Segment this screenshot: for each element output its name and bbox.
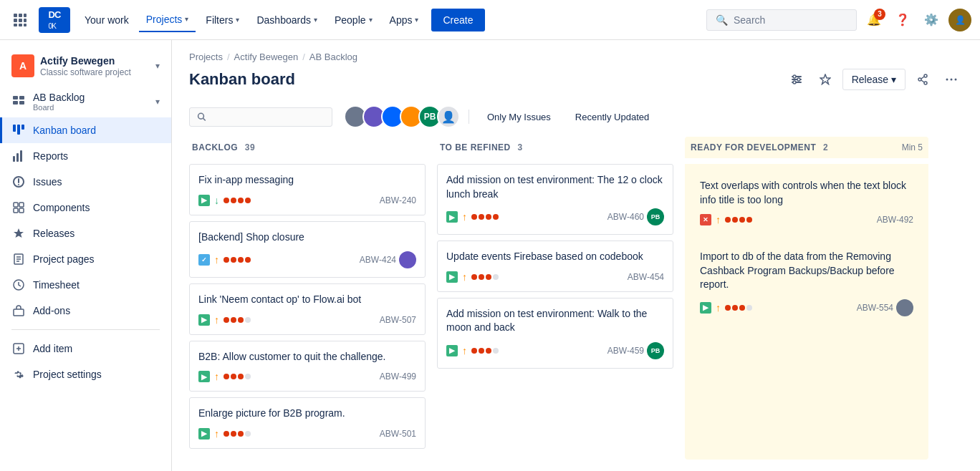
svg-marker-38 <box>820 74 830 84</box>
logo[interactable]: DC0K <box>37 9 72 31</box>
settings-button[interactable]: ⚙️ <box>920 9 943 31</box>
story-icon: ▶ <box>198 314 210 326</box>
help-button[interactable]: ❓ <box>891 9 914 31</box>
sidebar-item-ab-backlog[interactable]: AB Backlog Board ▾ <box>0 86 171 117</box>
nav-item-people[interactable]: People ▾ <box>327 9 380 31</box>
card-abw-499[interactable]: B2B: Allow customer to quit the challeng… <box>189 341 426 392</box>
card-id: ABW-240 <box>380 195 416 205</box>
customize-button[interactable] <box>785 68 808 91</box>
card-abw-424[interactable]: [Backend] Shop closure ✓ ↑ <box>189 221 426 278</box>
svg-line-43 <box>921 80 924 82</box>
svg-rect-25 <box>19 208 24 213</box>
header-actions: Release ▾ <box>785 68 963 91</box>
page-title: Kanban board <box>189 70 295 89</box>
breadcrumb-current: AB Backlog <box>309 52 357 62</box>
priority-dots <box>224 431 251 437</box>
sidebar-item-issues[interactable]: Issues <box>0 169 171 195</box>
avatar-filter-unknown[interactable]: 👤 <box>437 105 460 128</box>
priority-dots <box>224 257 251 263</box>
card-meta: ▶ ↓ <box>198 195 251 206</box>
recently-updated-button[interactable]: Recently Updated <box>566 107 658 127</box>
dot <box>245 317 251 323</box>
additem-label: Add item <box>33 343 72 354</box>
card-id: ABW-501 <box>380 429 416 439</box>
sidebar-item-reports[interactable]: Reports <box>0 143 171 169</box>
release-button[interactable]: Release ▾ <box>842 69 905 90</box>
priority-icon: ↑ <box>462 211 467 223</box>
card-id: ABW-459 <box>607 346 644 356</box>
page-header: Kanban board Release ▾ <box>172 65 980 99</box>
addons-icon <box>11 304 26 318</box>
nav-item-yourwork[interactable]: Your work <box>77 9 136 31</box>
sidebar-item-kanban[interactable]: Kanban board <box>0 117 171 143</box>
sidebar-item-addons[interactable]: Add-ons <box>0 298 171 324</box>
column-backlog: BACKLOG 39 Fix in-app messaging ▶ ↓ <box>189 137 426 460</box>
star-button[interactable] <box>814 68 837 91</box>
board-icon <box>11 94 26 109</box>
backlog-count: 39 <box>245 142 255 152</box>
ready-count: 2 <box>823 142 828 152</box>
card-abw-459[interactable]: Add mission on test environment: Walk to… <box>437 298 673 369</box>
nav-item-filters[interactable]: Filters ▾ <box>198 9 246 31</box>
priority-dots <box>471 274 499 280</box>
column-header-backlog: BACKLOG 39 <box>189 137 426 158</box>
priority-icon: ↑ <box>214 254 219 266</box>
nav-item-dashboards[interactable]: Dashboards ▾ <box>249 9 325 31</box>
dot <box>471 274 477 280</box>
filter-search-input[interactable] <box>211 112 325 122</box>
card-title: Add mission on test environment: Walk to… <box>446 307 664 335</box>
nav-item-projects[interactable]: Projects ▾ <box>139 8 196 32</box>
user-avatar[interactable]: 👤 <box>948 9 971 31</box>
more-options-button[interactable] <box>940 68 963 91</box>
card-id: ABW-424 <box>360 255 396 265</box>
create-button[interactable]: Create <box>431 9 484 31</box>
svg-rect-14 <box>17 125 20 135</box>
card-id: ABW-492 <box>877 215 913 225</box>
card-abw-240[interactable]: Fix in-app messaging ▶ ↓ <box>189 164 426 215</box>
dot <box>231 257 236 263</box>
filter-divider <box>469 110 469 124</box>
sidebar-item-timesheet[interactable]: Timesheet <box>0 272 171 298</box>
search-box[interactable]: 🔍 Search <box>706 9 857 31</box>
card-id: ABW-460 <box>607 212 644 222</box>
svg-rect-11 <box>13 101 18 105</box>
sidebar-item-project-settings[interactable]: Project settings <box>0 361 171 387</box>
card-abw-492[interactable]: Text overlaps with controls when the tex… <box>691 170 923 235</box>
project-header: A Actify Bewegen Classic software projec… <box>0 49 171 86</box>
svg-rect-2 <box>24 14 27 17</box>
card-abw-501[interactable]: Enlarge picture for B2B program. ▶ ↑ <box>189 397 426 449</box>
notifications-button[interactable]: 🔔 3 <box>863 9 885 31</box>
dot <box>231 317 236 323</box>
gear-icon: ⚙️ <box>924 13 938 26</box>
card-abw-460[interactable]: Add mission on test environment: The 12 … <box>437 164 673 235</box>
card-abw-554[interactable]: Import to db of the data from the Removi… <box>691 241 923 326</box>
card-abw-454[interactable]: Update events Firebase based on codebook… <box>437 241 673 292</box>
sidebar-item-components[interactable]: Components <box>0 195 171 220</box>
column-to-be-refined: TO BE REFINED 3 Add mission on test envi… <box>437 137 673 460</box>
svg-line-42 <box>921 77 924 79</box>
svg-rect-9 <box>13 96 18 99</box>
nav-item-apps[interactable]: Apps ▾ <box>383 9 426 31</box>
breadcrumb-actify[interactable]: Actify Bewegen <box>234 52 299 62</box>
sidebar-item-additem[interactable]: Add item <box>0 336 171 361</box>
breadcrumb-projects[interactable]: Projects <box>189 52 223 62</box>
project-chevron-icon[interactable]: ▾ <box>155 61 160 71</box>
priority-dots <box>471 348 499 354</box>
svg-rect-16 <box>13 156 15 162</box>
components-icon <box>11 200 26 215</box>
dot <box>732 305 738 311</box>
sidebar: A Actify Bewegen Classic software projec… <box>0 40 172 471</box>
sidebar-item-releases[interactable]: Releases <box>0 220 171 246</box>
card-footer: ▶ ↓ ABW-240 <box>198 195 416 206</box>
dot <box>238 198 244 203</box>
timesheet-label: Timesheet <box>33 279 80 291</box>
filter-search[interactable] <box>189 107 332 127</box>
only-my-issues-button[interactable]: Only My Issues <box>478 107 560 127</box>
dot <box>471 214 477 220</box>
card-abw-507[interactable]: Link 'Neem contact op' to Flow.ai bot ▶ … <box>189 283 426 335</box>
grid-menu-button[interactable] <box>9 9 32 31</box>
card-meta: ▶ ↑ <box>446 211 499 223</box>
share-button[interactable] <box>911 68 934 91</box>
sidebar-item-project-pages[interactable]: Project pages <box>0 246 171 272</box>
card-title: Update events Firebase based on codebook <box>446 250 664 264</box>
